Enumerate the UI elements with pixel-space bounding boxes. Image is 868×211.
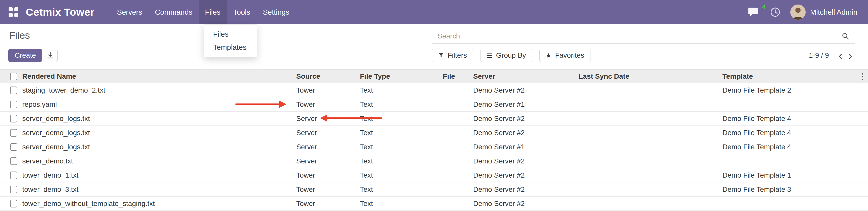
cell-file-type: Text bbox=[360, 129, 443, 137]
row-checkbox[interactable] bbox=[10, 115, 17, 122]
nav-item-files[interactable]: Files bbox=[199, 0, 227, 24]
column-header-file[interactable]: File bbox=[443, 72, 473, 81]
cell-file-type: Text bbox=[360, 171, 443, 179]
column-header-last-sync-date[interactable]: Last Sync Date bbox=[579, 72, 722, 81]
cell-source: Server bbox=[296, 157, 360, 165]
dropdown-item-files[interactable]: Files bbox=[204, 28, 257, 41]
table-body: staging_tower_demo_2.txt Tower Text Demo… bbox=[0, 83, 868, 211]
cell-server: Demo Server #2 bbox=[473, 115, 579, 123]
group-by-button[interactable]: ☰ Group By bbox=[480, 49, 532, 62]
nav-item-servers[interactable]: Servers bbox=[111, 0, 149, 24]
row-checkbox[interactable] bbox=[10, 172, 17, 179]
search-input[interactable] bbox=[432, 32, 841, 40]
download-icon bbox=[46, 52, 54, 59]
table-row[interactable]: server_demo_logs.txt Server Text Demo Se… bbox=[0, 112, 868, 126]
row-checkbox[interactable] bbox=[10, 157, 17, 165]
navbar-right: 4 Mitchell Admin bbox=[748, 5, 868, 20]
apps-menu-button[interactable] bbox=[9, 7, 18, 17]
table-row[interactable]: server_demo_logs.txt Server Text Demo Se… bbox=[0, 140, 868, 154]
messages-button[interactable]: 4 bbox=[748, 7, 760, 18]
table-row[interactable]: server_demo.txt Server Text Demo Server … bbox=[0, 154, 868, 168]
filter-icon bbox=[438, 52, 444, 58]
cell-source: Tower bbox=[296, 200, 360, 208]
row-checkbox[interactable] bbox=[10, 143, 17, 151]
filters-button[interactable]: Filters bbox=[432, 49, 473, 62]
cell-file-type: Text bbox=[360, 86, 443, 94]
page-title: Files bbox=[9, 30, 30, 41]
cell-rendered-name: tower_demo_without_template_staging.txt bbox=[22, 200, 296, 208]
cell-file-type: Text bbox=[360, 157, 443, 165]
cell-server: Demo Server #2 bbox=[473, 185, 579, 193]
cell-template: Demo File Template 4 bbox=[722, 129, 857, 137]
cell-rendered-name: server_demo.txt bbox=[22, 157, 296, 165]
user-avatar bbox=[790, 5, 806, 20]
cell-server: Demo Server #2 bbox=[473, 200, 579, 208]
files-list-view: Rendered Name Source File Type File Serv… bbox=[0, 69, 868, 211]
cell-template: Demo File Template 1 bbox=[722, 171, 857, 179]
column-options-icon[interactable]: ⋮ bbox=[858, 71, 866, 81]
app-brand[interactable]: Cetmix Tower bbox=[26, 6, 95, 18]
cell-template: Demo File Template 4 bbox=[722, 143, 857, 151]
row-checkbox[interactable] bbox=[10, 101, 17, 108]
cell-rendered-name: server_demo_logs.txt bbox=[22, 129, 296, 137]
user-menu[interactable]: Mitchell Admin bbox=[790, 5, 857, 20]
cell-file-type: Text bbox=[360, 185, 443, 193]
table-row[interactable]: staging_tower_demo_2.txt Tower Text Demo… bbox=[0, 83, 868, 97]
pager: 1-9 / 9 ‹ › bbox=[809, 49, 855, 62]
table-row[interactable]: repos.yaml Tower Text Demo Server #1 bbox=[0, 97, 868, 112]
create-button[interactable]: Create bbox=[8, 49, 42, 62]
cell-server: Demo Server #1 bbox=[473, 143, 579, 151]
cell-template: Demo File Template 2 bbox=[722, 86, 857, 94]
star-icon: ★ bbox=[546, 52, 552, 59]
cell-rendered-name: staging_tower_demo_2.txt bbox=[22, 86, 296, 94]
cell-server: Demo Server #2 bbox=[473, 157, 579, 165]
row-checkbox[interactable] bbox=[10, 87, 17, 94]
search-box bbox=[432, 29, 855, 43]
table-row[interactable]: tower_demo_1.txt Tower Text Demo Server … bbox=[0, 168, 868, 182]
row-checkbox[interactable] bbox=[10, 186, 17, 193]
cell-source: Server bbox=[296, 129, 360, 137]
clock-icon bbox=[770, 7, 781, 18]
row-checkbox[interactable] bbox=[10, 200, 17, 207]
column-header-source[interactable]: Source bbox=[296, 72, 360, 81]
cell-source: Tower bbox=[296, 185, 360, 193]
cell-rendered-name: server_demo_logs.txt bbox=[22, 143, 296, 151]
cell-rendered-name: tower_demo_1.txt bbox=[22, 171, 296, 179]
search-icon[interactable] bbox=[841, 32, 849, 40]
table-row[interactable]: server_demo_logs.txt Server Text Demo Se… bbox=[0, 126, 868, 140]
nav-item-settings[interactable]: Settings bbox=[256, 0, 296, 24]
dropdown-item-templates[interactable]: Templates bbox=[204, 41, 257, 54]
nav-item-commands[interactable]: Commands bbox=[149, 0, 199, 24]
favorites-button[interactable]: ★ Favorites bbox=[539, 49, 590, 62]
column-header-rendered-name[interactable]: Rendered Name bbox=[22, 72, 296, 81]
chat-bubble-icon bbox=[748, 7, 760, 18]
apps-grid-icon bbox=[9, 7, 13, 11]
cell-file-type: Text bbox=[360, 100, 443, 109]
column-header-template[interactable]: Template bbox=[722, 72, 857, 81]
cell-source: Tower bbox=[296, 100, 360, 109]
cell-file-type: Text bbox=[360, 143, 443, 151]
cell-server: Demo Server #2 bbox=[473, 129, 579, 137]
cell-server: Demo Server #2 bbox=[473, 86, 579, 94]
column-header-server[interactable]: Server bbox=[473, 72, 579, 81]
table-row[interactable]: tower_demo_3.txt Tower Text Demo Server … bbox=[0, 182, 868, 197]
cell-server: Demo Server #1 bbox=[473, 100, 579, 109]
activities-button[interactable] bbox=[770, 7, 781, 18]
app-window: Cetmix Tower Servers Commands Files Tool… bbox=[0, 0, 868, 211]
annotation-arrow-source-tower bbox=[235, 101, 286, 108]
table-header: Rendered Name Source File Type File Serv… bbox=[0, 69, 868, 83]
pager-previous-button[interactable]: ‹ bbox=[835, 49, 845, 61]
export-button[interactable] bbox=[43, 49, 58, 62]
top-navbar: Cetmix Tower Servers Commands Files Tool… bbox=[0, 0, 868, 24]
cell-template: Demo File Template 3 bbox=[722, 185, 857, 193]
select-all-checkbox[interactable] bbox=[10, 72, 17, 80]
column-header-file-type[interactable]: File Type bbox=[360, 72, 443, 81]
group-by-icon: ☰ bbox=[487, 52, 492, 59]
row-checkbox[interactable] bbox=[10, 129, 17, 137]
cell-template: Demo File Template 4 bbox=[722, 115, 857, 123]
table-row[interactable]: tower_demo_without_template_staging.txt … bbox=[0, 197, 868, 211]
cell-source: Tower bbox=[296, 171, 360, 179]
pager-next-button[interactable]: › bbox=[845, 49, 855, 61]
cell-rendered-name: server_demo_logs.txt bbox=[22, 115, 296, 123]
nav-item-tools[interactable]: Tools bbox=[227, 0, 256, 24]
